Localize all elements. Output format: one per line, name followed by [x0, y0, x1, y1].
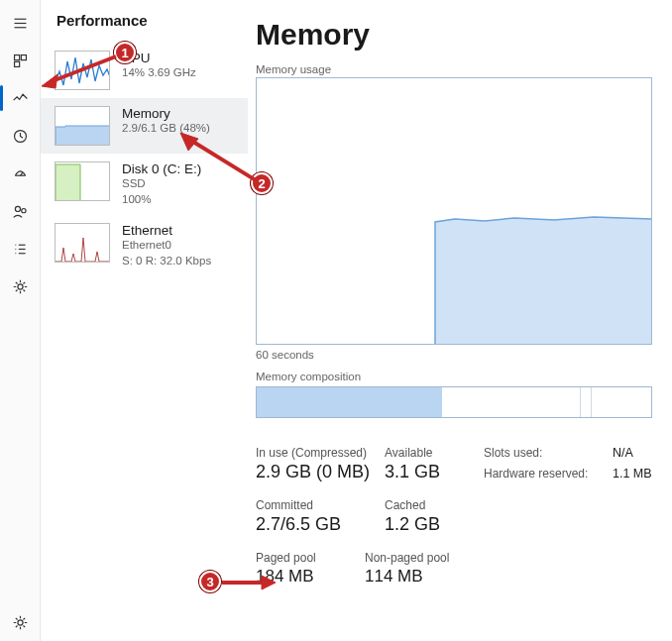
- memory-composition-bar: [256, 386, 652, 418]
- sidebar-item-ethernet[interactable]: Ethernet Ethernet0 S: 0 R: 32.0 Kbps: [41, 215, 248, 276]
- commit-val: 2.7/6.5 GB: [256, 514, 385, 535]
- nav-details[interactable]: [0, 230, 40, 267]
- card-sub: 14% 3.69 GHz: [122, 65, 196, 81]
- svg-point-17: [17, 283, 22, 288]
- cpu-thumb-icon: [55, 51, 110, 90]
- sidebar-item-cpu[interactable]: CPU 14% 3.69 GHz: [41, 43, 248, 98]
- menu-button[interactable]: [0, 4, 40, 42]
- chart-label: Memory usage: [256, 63, 672, 75]
- nav-performance[interactable]: [0, 79, 40, 117]
- nav-startup[interactable]: [0, 155, 40, 192]
- card-sub: Ethernet0: [122, 238, 211, 254]
- card-sub: 2.9/6.1 GB (48%): [122, 121, 210, 137]
- nav-services[interactable]: [0, 267, 40, 305]
- svg-point-9: [15, 206, 20, 211]
- pagedpool-val: 184 MB: [256, 567, 365, 587]
- svg-marker-20: [56, 164, 80, 201]
- chart-xaxis: 60 seconds: [256, 349, 672, 361]
- svg-point-10: [21, 208, 25, 212]
- slots-key: Slots used:: [484, 446, 613, 460]
- avail-key: Available: [385, 446, 484, 460]
- sidebar-item-memory[interactable]: Memory 2.9/6.1 GB (48%): [41, 98, 248, 154]
- nav-users[interactable]: [0, 192, 40, 230]
- page-title: Memory: [256, 18, 672, 52]
- avail-val: 3.1 GB: [385, 462, 484, 482]
- inuse-key: In use (Compressed): [256, 446, 385, 460]
- card-sub2: S: 0 R: 32.0 Kbps: [122, 254, 211, 269]
- nonpaged-val: 114 MB: [365, 567, 494, 587]
- card-sub: SSD: [122, 176, 201, 192]
- svg-marker-21: [435, 217, 652, 345]
- card-sub2: 100%: [122, 192, 201, 208]
- hw-key: Hardware reserved:: [484, 467, 613, 481]
- inuse-val: 2.9 GB (0 MB): [256, 462, 385, 482]
- card-title: Ethernet: [122, 223, 211, 238]
- settings-button[interactable]: [0, 603, 40, 641]
- sidebar-item-disk[interactable]: Disk 0 (C: E:) SSD 100%: [41, 154, 248, 215]
- card-title: Disk 0 (C: E:): [122, 161, 201, 176]
- nonpaged-key: Non-paged pool: [365, 551, 494, 565]
- memory-thumb-icon: [55, 106, 110, 146]
- svg-rect-4: [21, 54, 26, 59]
- disk-thumb-icon: [55, 161, 110, 201]
- cache-val: 1.2 GB: [385, 514, 484, 535]
- memory-usage-chart: [256, 77, 652, 345]
- svg-rect-3: [14, 54, 19, 59]
- svg-point-18: [17, 619, 22, 624]
- ethernet-thumb-icon: [55, 223, 110, 263]
- nav-history[interactable]: [0, 117, 40, 155]
- cache-key: Cached: [385, 498, 484, 512]
- svg-rect-5: [14, 61, 19, 66]
- nav-processes[interactable]: [0, 42, 40, 79]
- commit-key: Committed: [256, 498, 385, 512]
- svg-marker-19: [56, 126, 110, 146]
- card-title: CPU: [122, 51, 196, 65]
- pagedpool-key: Paged pool: [256, 551, 365, 565]
- slots-val: N/A: [613, 446, 672, 460]
- hw-val: 1.1 MB: [613, 467, 672, 481]
- composition-label: Memory composition: [256, 371, 672, 382]
- page-header: Performance: [41, 8, 248, 43]
- card-title: Memory: [122, 106, 210, 121]
